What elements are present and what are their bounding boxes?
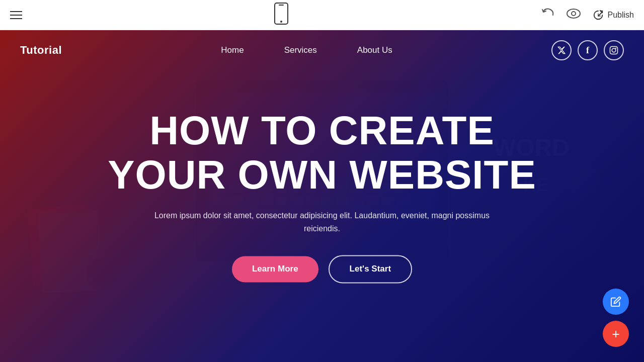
site-navigation: Tutorial Home Services About Us f (0, 30, 644, 70)
add-fab-button[interactable]: + (603, 321, 629, 347)
main-content: WORD KE Tutorial Home Services About Us (0, 30, 644, 362)
hero-title-line1: HOW TO CREATE (149, 108, 495, 153)
nav-link-services[interactable]: Services (284, 45, 317, 55)
nav-links: Home Services About Us (221, 45, 392, 55)
instagram-link[interactable] (604, 40, 624, 60)
svg-point-45 (612, 48, 616, 52)
svg-point-4 (572, 12, 576, 16)
svg-point-3 (567, 9, 580, 18)
hero-title-line2: YOUR OWN WEBSITE (108, 152, 536, 197)
svg-rect-44 (610, 47, 617, 54)
toolbar-left (10, 11, 22, 19)
preview-button[interactable] (567, 9, 581, 21)
nav-link-home[interactable]: Home (221, 45, 244, 55)
lets-start-button[interactable]: Let's Start (329, 255, 412, 284)
publish-label: Publish (608, 11, 634, 20)
publish-button[interactable]: Publish (593, 10, 634, 21)
hero-title: HOW TO CREATE YOUR OWN WEBSITE (96, 109, 548, 197)
fab-container: + (603, 289, 629, 347)
website-preview: WORD KE Tutorial Home Services About Us (0, 30, 644, 362)
edit-fab-button[interactable] (603, 289, 629, 315)
mobile-preview-icon[interactable] (274, 3, 288, 28)
twitter-link[interactable] (551, 40, 572, 60)
facebook-link[interactable]: f (578, 40, 598, 60)
learn-more-button[interactable]: Learn More (232, 256, 318, 283)
add-icon: + (612, 327, 619, 340)
hamburger-menu-button[interactable] (10, 11, 22, 19)
nav-link-about[interactable]: About Us (357, 45, 392, 55)
hero-section: HOW TO CREATE YOUR OWN WEBSITE Lorem ips… (96, 109, 548, 283)
hero-buttons: Learn More Let's Start (96, 255, 548, 284)
undo-button[interactable] (540, 7, 554, 23)
social-links: f (551, 40, 624, 60)
hero-subtitle: Lorem ipsum dolor sit amet, consectetur … (146, 209, 498, 235)
svg-point-1 (280, 21, 282, 23)
toolbar: Publish (0, 0, 644, 30)
site-logo: Tutorial (20, 44, 62, 57)
svg-point-46 (615, 48, 616, 49)
toolbar-right: Publish (540, 7, 634, 23)
toolbar-center (274, 3, 288, 28)
